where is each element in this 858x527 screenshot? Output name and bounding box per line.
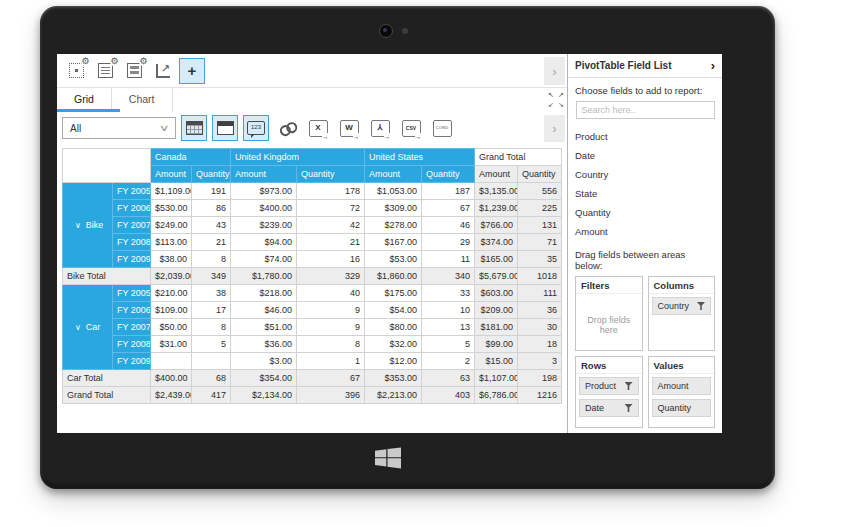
measure-header[interactable]: Quantity <box>422 166 475 183</box>
column-group-header[interactable]: Canada <box>151 149 231 166</box>
pivot-value-cell: $80.00 <box>365 319 422 336</box>
measure-header[interactable]: Quantity <box>192 166 231 183</box>
export-word-icon[interactable]: W <box>336 115 362 141</box>
pivot-value-cell: 21 <box>297 234 365 251</box>
measure-header[interactable]: Amount <box>365 166 422 183</box>
pivot-value-cell: $603.00 <box>475 285 518 302</box>
field-chip-quantity[interactable]: Quantity <box>652 399 712 417</box>
filter-funnel-icon[interactable] <box>625 382 633 390</box>
measure-header[interactable]: Quantity <box>518 166 562 183</box>
pivot-value-cell: $239.00 <box>231 217 297 234</box>
field-list-item-date[interactable]: Date <box>575 146 715 165</box>
expand-arrow-glyph: ↗ <box>556 90 566 100</box>
field-chip-country[interactable]: Country <box>652 297 712 315</box>
row-year-header[interactable]: FY 2009 <box>113 251 151 268</box>
pivot-value-cell: 2 <box>422 353 475 370</box>
app-screen: ↗+ › GridChart ↖↗↙↘ All ∨ 123XW⅄CSVCOND … <box>57 54 722 433</box>
link-icon[interactable] <box>274 115 300 141</box>
area-title: Rows <box>576 357 642 374</box>
conditional-formatting-icon-glyph: COND <box>433 120 452 137</box>
measure-header[interactable]: Amount <box>231 166 297 183</box>
collapse-panel-icon[interactable]: › <box>711 58 715 73</box>
row-year-header[interactable]: FY 2008 <box>113 336 151 353</box>
row-group-header[interactable]: ∨Bike <box>63 183 113 268</box>
pivot-value-cell: 10 <box>422 302 475 319</box>
pivot-value-cell: 403 <box>422 387 475 404</box>
row-year-header[interactable]: FY 2009 <box>113 353 151 370</box>
collapse-group-icon[interactable]: ∨ <box>75 323 81 332</box>
total-row-header: Car Total <box>63 370 151 387</box>
area-rows[interactable]: RowsProductDate <box>575 356 643 428</box>
filter-funnel-icon[interactable] <box>697 302 705 310</box>
measure-header[interactable]: Amount <box>475 166 518 183</box>
row-year-header[interactable]: FY 2005 <box>113 285 151 302</box>
area-columns[interactable]: ColumnsCountry <box>648 276 716 351</box>
export-pdf-icon[interactable]: ⅄ <box>367 115 393 141</box>
report-options-icon[interactable] <box>92 58 118 84</box>
pivot-field-settings-icon[interactable] <box>63 58 89 84</box>
panel-title: PivotTable Field List <box>575 60 672 71</box>
tablet-device: ↗+ › GridChart ↖↗↙↘ All ∨ 123XW⅄CSVCOND … <box>40 6 775 489</box>
filter-funnel-icon[interactable] <box>625 404 633 412</box>
column-group-header[interactable]: United States <box>365 149 475 166</box>
column-group-header[interactable]: United Kingdom <box>231 149 365 166</box>
pivot-data-row: FY 2006$109.0017$46.009$54.0010$209.0036 <box>63 302 562 319</box>
field-list-item-state[interactable]: State <box>575 184 715 203</box>
row-year-header[interactable]: FY 2007 <box>113 319 151 336</box>
row-year-header[interactable]: FY 2008 <box>113 234 151 251</box>
chevron-down-icon: ∨ <box>159 123 170 133</box>
pivot-value-cell: $6,786.00 <box>475 387 518 404</box>
row-year-header[interactable]: FY 2007 <box>113 217 151 234</box>
field-list-item-country[interactable]: Country <box>575 165 715 184</box>
collapse-group-icon[interactable]: ∨ <box>75 221 81 230</box>
list-options-icon[interactable] <box>121 58 147 84</box>
tab-chart[interactable]: Chart <box>112 88 173 112</box>
measure-header[interactable]: Amount <box>151 166 192 183</box>
measure-header[interactable]: Quantity <box>297 166 365 183</box>
toolbar-top-icons: ↗+ <box>63 58 208 84</box>
pivot-value-cell: 556 <box>518 183 562 200</box>
pivot-data-row: ∨BikeFY 2005$1,109.00191$973.00178$1,053… <box>63 183 562 200</box>
[object <box>375 458 386 466</box>
row-year-header[interactable]: FY 2005 <box>113 183 151 200</box>
grid-lines-icon[interactable] <box>181 115 207 141</box>
row-group-header[interactable]: ∨Car <box>63 285 113 370</box>
add-view-icon[interactable]: + <box>179 58 205 84</box>
area-filters[interactable]: FiltersDrop fields here <box>575 276 643 351</box>
field-list-item-quantity[interactable]: Quantity <box>575 203 715 222</box>
pivot-value-cell: 29 <box>422 234 475 251</box>
window-layout-icon[interactable] <box>212 115 238 141</box>
area-title: Columns <box>649 277 715 294</box>
field-chip-amount[interactable]: Amount <box>652 377 712 395</box>
pivot-value-cell: $374.00 <box>475 234 518 251</box>
pivot-value-cell: 1216 <box>518 387 562 404</box>
popout-icon[interactable]: ↗ <box>150 58 176 84</box>
pivot-value-cell: 33 <box>422 285 475 302</box>
row-year-header[interactable]: FY 2006 <box>113 302 151 319</box>
export-excel-icon[interactable]: X <box>305 115 331 141</box>
fullscreen-icon[interactable]: ↖↗↙↘ <box>546 90 566 110</box>
export-pdf-icon-glyph: ⅄ <box>371 120 390 137</box>
export-csv-icon[interactable]: CSV <box>398 115 424 141</box>
column-group-header[interactable]: Grand Total <box>475 149 562 166</box>
toolbar-overflow-button[interactable]: › <box>544 57 565 85</box>
pivot-value-cell: $1,107.00 <box>475 370 518 387</box>
field-list-item-amount[interactable]: Amount <box>575 222 715 241</box>
number-format-icon[interactable]: 123 <box>243 115 269 141</box>
field-list-item-product[interactable]: Product <box>575 127 715 146</box>
chip-label: Amount <box>658 381 689 391</box>
pivot-data-row: FY 2007$50.008$51.009$80.0013$181.0030 <box>63 319 562 336</box>
pivot-value-cell: $175.00 <box>365 285 422 302</box>
field-filter-dropdown[interactable]: All ∨ <box>62 117 176 139</box>
area-values[interactable]: ValuesAmountQuantity <box>648 356 716 428</box>
field-chip-date[interactable]: Date <box>579 399 639 417</box>
field-search-input[interactable] <box>576 101 715 119</box>
total-row-header: Bike Total <box>63 268 151 285</box>
windows-logo-icon[interactable] <box>374 447 402 469</box>
pivot-value-cell: 329 <box>297 268 365 285</box>
grid-toolbar-overflow-button[interactable]: › <box>544 115 565 142</box>
pivot-value-cell: $5,679.00 <box>475 268 518 285</box>
conditional-formatting-icon[interactable]: COND <box>429 115 455 141</box>
row-year-header[interactable]: FY 2006 <box>113 200 151 217</box>
field-chip-product[interactable]: Product <box>579 377 639 395</box>
